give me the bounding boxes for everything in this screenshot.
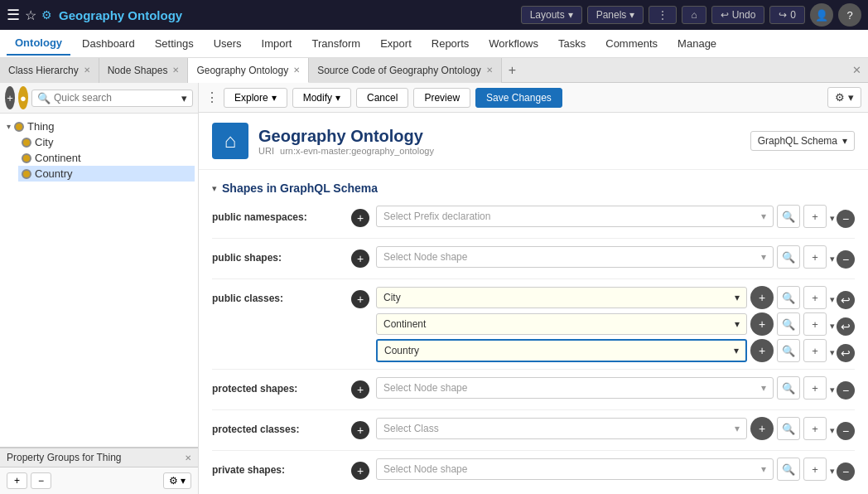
nav-users[interactable]: Users (205, 32, 250, 55)
preview-button[interactable]: Preview (413, 88, 470, 108)
nav-comments[interactable]: Comments (597, 32, 666, 55)
search-chevron-icon[interactable]: ▾ (181, 92, 187, 104)
cancel-button[interactable]: Cancel (356, 88, 408, 108)
protected-shapes-plus-button[interactable]: + (803, 376, 827, 400)
public-classes-add-button[interactable]: + (351, 290, 369, 308)
protected-classes-search-button[interactable]: 🔍 (777, 417, 800, 440)
public-shapes-expand-icon[interactable]: ▾ (830, 254, 835, 264)
private-shapes-plus-button[interactable]: + (803, 458, 827, 481)
continent-plus-button[interactable]: + (803, 312, 827, 336)
continent-add-circle-button[interactable]: + (750, 312, 774, 336)
tab-source-code-close[interactable]: ✕ (486, 65, 493, 75)
country-search-button[interactable]: 🔍 (777, 339, 800, 362)
schema-select[interactable]: GraphQL Schema ▾ (750, 131, 855, 151)
add-tab-button[interactable]: + (502, 63, 523, 78)
property-groups-close[interactable]: ✕ (185, 453, 191, 463)
prop-gear-button[interactable]: ⚙ ▾ (163, 472, 191, 489)
settings-icon[interactable]: ⚙ (41, 8, 52, 22)
public-namespaces-expand-icon[interactable]: ▾ (830, 213, 835, 224)
nav-manage[interactable]: Manage (669, 32, 725, 55)
nav-ontology[interactable]: Ontology (7, 31, 70, 56)
content-menu-icon[interactable]: ⋮ (205, 90, 219, 105)
city-add-circle-button[interactable]: + (750, 286, 774, 309)
private-shapes-expand-icon[interactable]: ▾ (830, 466, 835, 477)
city-plus-button[interactable]: + (803, 286, 827, 309)
explore-button[interactable]: Explore ▾ (224, 88, 287, 108)
private-shapes-select[interactable]: Select Node shape ▾ (376, 458, 774, 480)
star-icon[interactable]: ☆ (25, 7, 36, 23)
home-button[interactable]: ⌂ (682, 6, 706, 24)
nav-dashboard[interactable]: Dashboard (74, 32, 143, 55)
nav-export[interactable]: Export (372, 32, 420, 55)
public-shapes-remove-button[interactable]: − (837, 250, 855, 269)
panels-button[interactable]: Panels ▾ (587, 6, 644, 24)
protected-classes-remove-button[interactable]: − (837, 422, 855, 440)
modify-button[interactable]: Modify ▾ (292, 88, 351, 108)
undo-button[interactable]: ↩ Undo (711, 6, 765, 24)
city-undo-button[interactable]: ↩ (837, 291, 855, 309)
public-shapes-select[interactable]: Select Node shape ▾ (376, 246, 774, 268)
nav-workflows[interactable]: Workflows (480, 32, 547, 55)
protected-classes-add-button[interactable]: + (351, 421, 369, 439)
country-undo-button[interactable]: ↩ (837, 344, 855, 362)
layouts-button[interactable]: Layouts ▾ (521, 6, 582, 24)
more-options-button[interactable]: ⋮ (649, 6, 677, 24)
protected-shapes-search-button[interactable]: 🔍 (777, 376, 800, 400)
public-classes-continent-select[interactable]: Continent ▾ (376, 313, 747, 335)
public-namespaces-select[interactable]: Select Prefix declaration ▾ (376, 206, 774, 227)
tab-node-shapes[interactable]: Node Shapes ✕ (99, 58, 189, 83)
close-panel-button[interactable]: ✕ (846, 64, 868, 76)
continent-expand-icon[interactable]: ▾ (830, 321, 835, 332)
tree-root[interactable]: ▾ Thing (3, 119, 195, 134)
nav-transform[interactable]: Transform (303, 32, 369, 55)
redo-button[interactable]: ↪ 0 (769, 6, 805, 24)
tree-item-country[interactable]: Country (18, 166, 195, 182)
city-search-button[interactable]: 🔍 (777, 286, 800, 309)
city-expand-icon[interactable]: ▾ (830, 294, 835, 305)
search-input[interactable] (54, 92, 178, 104)
prop-minus-button[interactable]: − (31, 472, 51, 489)
public-shapes-search-button[interactable]: 🔍 (777, 245, 800, 269)
save-button[interactable]: Save Changes (475, 88, 562, 108)
continent-undo-button[interactable]: ↩ (837, 317, 855, 336)
tree-item-city[interactable]: City (18, 134, 195, 150)
tab-geography-ontology-close[interactable]: ✕ (293, 65, 300, 75)
public-shapes-add-button[interactable]: + (351, 249, 369, 268)
public-namespaces-plus-button[interactable]: + (803, 205, 827, 228)
private-shapes-search-button[interactable]: 🔍 (777, 458, 800, 481)
protected-shapes-select[interactable]: Select Node shape ▾ (376, 377, 774, 399)
public-namespaces-search-button[interactable]: 🔍 (777, 205, 800, 228)
country-plus-button[interactable]: + (803, 339, 827, 362)
continent-search-button[interactable]: 🔍 (777, 312, 800, 336)
protected-classes-plus-button[interactable]: + (803, 417, 827, 440)
protected-classes-circle-button[interactable]: + (750, 417, 774, 440)
protected-shapes-expand-icon[interactable]: ▾ (830, 385, 835, 395)
public-namespaces-add-button[interactable]: + (351, 209, 369, 227)
public-classes-city-select[interactable]: City ▾ (376, 287, 747, 308)
shapes-section-header[interactable]: ▾ Shapes in GraphQL Schema (199, 177, 868, 200)
protected-classes-expand-icon[interactable]: ▾ (830, 425, 835, 436)
sidebar-add-button[interactable]: + (5, 86, 15, 109)
sidebar-add2-button[interactable]: ● (18, 86, 28, 109)
hamburger-icon[interactable]: ☰ (7, 6, 20, 24)
nav-import[interactable]: Import (253, 32, 301, 55)
tab-node-shapes-close[interactable]: ✕ (172, 65, 179, 75)
toolbar-gear-button[interactable]: ⚙ ▾ (827, 87, 861, 108)
tab-source-code[interactable]: Source Code of Geography Ontology ✕ (309, 58, 501, 83)
tab-geography-ontology[interactable]: Geography Ontology ✕ (188, 58, 309, 83)
private-shapes-add-button[interactable]: + (351, 462, 369, 480)
protected-shapes-add-button[interactable]: + (351, 380, 369, 399)
protected-shapes-remove-button[interactable]: − (837, 381, 855, 400)
tab-class-hierarchy[interactable]: Class Hierarchy ✕ (0, 58, 99, 83)
nav-reports[interactable]: Reports (423, 32, 478, 55)
tab-class-hierarchy-close[interactable]: ✕ (84, 65, 90, 75)
country-expand-icon[interactable]: ▾ (830, 347, 835, 358)
private-shapes-remove-button[interactable]: − (837, 463, 855, 481)
public-classes-country-select[interactable]: Country ▾ (376, 339, 747, 362)
public-shapes-plus-button[interactable]: + (803, 245, 827, 269)
help-button[interactable]: ? (838, 3, 861, 27)
nav-tasks[interactable]: Tasks (550, 32, 594, 55)
user-avatar[interactable]: 👤 (810, 3, 833, 27)
nav-settings[interactable]: Settings (147, 32, 202, 55)
prop-add-button[interactable]: + (7, 472, 27, 489)
